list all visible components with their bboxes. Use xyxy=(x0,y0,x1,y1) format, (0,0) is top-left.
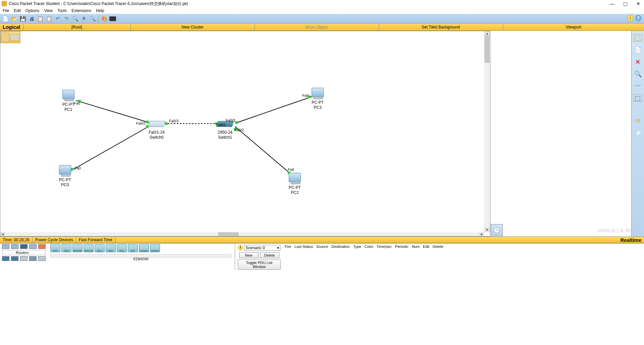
custom-device-icon[interactable] xyxy=(109,16,116,21)
save-icon[interactable]: 💾 xyxy=(19,15,26,22)
zoom-out-icon[interactable]: 🔍 xyxy=(89,15,96,22)
device-type-2811[interactable]: 2811 xyxy=(95,244,105,252)
category-multiuser-icon[interactable] xyxy=(38,256,46,261)
col-num[interactable]: Num xyxy=(410,244,421,249)
menu-bar: File Edit Options View Tools Extensions … xyxy=(0,7,644,14)
scroll-thumb[interactable] xyxy=(485,36,489,63)
device-type-2620xm[interactable]: 2620XM xyxy=(72,244,83,252)
category-security-icon[interactable] xyxy=(11,256,18,261)
scroll-down-icon[interactable]: ▾ xyxy=(484,227,490,232)
set-tiled-background-button[interactable]: Set Tiled Background xyxy=(379,24,503,30)
category-wan-icon[interactable] xyxy=(20,256,28,261)
device-type-2901[interactable]: 2901 xyxy=(106,244,116,252)
col-last-status[interactable]: Last Status xyxy=(293,244,315,249)
vertical-scrollbar[interactable]: ▴ ▾ xyxy=(484,31,490,232)
category-routers-icon[interactable] xyxy=(2,244,9,249)
col-source[interactable]: Source xyxy=(315,244,330,249)
scroll-right-icon[interactable]: ▸ xyxy=(479,232,484,236)
scenario-select[interactable]: Scenario 0 ▾ xyxy=(244,245,280,251)
simple-pdu-icon[interactable]: ✉ xyxy=(634,117,642,125)
menu-view[interactable]: View xyxy=(44,8,53,13)
select-tool-icon[interactable]: ⬚ xyxy=(634,34,642,42)
device-label: PC-PTPC0 xyxy=(59,178,71,188)
col-fire[interactable]: Fire xyxy=(283,244,293,249)
drawing-palette-icon[interactable]: 🎨 xyxy=(101,15,108,22)
device-switch0[interactable]: Fa0/1-24Switch0 xyxy=(149,121,165,140)
port-label: Fa0 xyxy=(74,166,81,170)
new-cluster-button[interactable]: New Cluster xyxy=(130,24,255,30)
category-custom-icon[interactable] xyxy=(29,256,37,261)
zoom-in-icon[interactable]: 🔍 xyxy=(71,15,79,22)
category-end-devices-icon[interactable] xyxy=(2,256,9,261)
watermark: CSDN @二木 同学 xyxy=(597,228,634,234)
info-icon[interactable]: i xyxy=(627,15,633,21)
device-scrollbar[interactable] xyxy=(50,254,231,258)
delete-scenario-button[interactable]: Delete xyxy=(260,252,279,258)
topology-canvas[interactable]: PC-PTPC1 Fa0 PC-PTPC0 Fa0 Fa0/1-24Switch… xyxy=(0,31,484,232)
col-time[interactable]: Time(sec xyxy=(375,244,393,249)
delete-tool-icon[interactable]: ✕ xyxy=(634,58,642,66)
category-wireless-icon[interactable] xyxy=(29,244,37,249)
device-type-2621xm[interactable]: 2621XM xyxy=(84,244,94,252)
device-type-819[interactable]: 819 xyxy=(128,244,138,252)
new-scenario-button[interactable]: New xyxy=(239,252,259,258)
device-pc2[interactable]: PC-PTPC2 xyxy=(289,173,301,195)
port-label: Fa0/1 xyxy=(216,123,226,127)
toggle-pdu-button[interactable]: Toggle PDU List Window xyxy=(238,260,281,270)
info-icon[interactable]: i xyxy=(238,245,243,251)
menu-edit[interactable]: Edit xyxy=(14,8,21,13)
device-type-generic[interactable]: Generic xyxy=(139,244,149,252)
zoom-reset-icon[interactable]: R xyxy=(80,15,88,22)
scroll-left-icon[interactable]: ◂ xyxy=(0,232,5,236)
paste-icon[interactable]: 📋 xyxy=(45,15,53,22)
menu-options[interactable]: Options xyxy=(25,8,39,13)
viewport-button[interactable]: Viewport xyxy=(503,24,644,30)
maximize-button[interactable]: ▢ xyxy=(623,1,628,6)
inspect-tool-icon[interactable]: 🔍 xyxy=(634,70,642,78)
menu-tools[interactable]: Tools xyxy=(57,8,67,13)
workspace[interactable]: PC-PTPC1 Fa0 PC-PTPC0 Fa0 Fa0/1-24Switch… xyxy=(0,31,490,236)
root-button[interactable]: [Root] xyxy=(23,24,130,30)
device-type-generic[interactable]: Generic xyxy=(150,244,160,252)
realtime-toggle-icon[interactable]: 🕓 xyxy=(491,224,503,236)
horizontal-scrollbar[interactable]: ◂ ▸ xyxy=(0,232,484,236)
note-tool-icon[interactable]: 📄 xyxy=(634,46,642,54)
col-periodic[interactable]: Periodic xyxy=(393,244,410,249)
power-cycle-button[interactable]: Power Cycle Devices xyxy=(33,237,76,243)
draw-tool-icon[interactable]: 〰 xyxy=(634,82,642,90)
open-file-icon[interactable]: 📂 xyxy=(10,15,18,22)
device-pc3[interactable]: PC-PTPC3 xyxy=(312,88,324,110)
resize-tool-icon[interactable]: ⬚ xyxy=(634,94,642,102)
complex-pdu-icon[interactable]: 📨 xyxy=(634,129,642,137)
print-icon[interactable]: 🖨 xyxy=(28,15,35,22)
menu-help[interactable]: Help xyxy=(96,8,104,13)
minimize-button[interactable]: — xyxy=(610,1,614,6)
link-status-dot xyxy=(235,121,238,124)
device-pc1[interactable]: PC-PTPC1 xyxy=(62,90,74,112)
scroll-thumb[interactable] xyxy=(218,232,238,236)
move-object-button[interactable]: Move Object xyxy=(255,24,379,30)
redo-icon[interactable]: ↷ xyxy=(63,15,70,22)
col-type[interactable]: Type xyxy=(352,244,363,249)
col-color[interactable]: Color xyxy=(363,244,375,249)
menu-extensions[interactable]: Extensions xyxy=(71,8,91,13)
device-type-2911[interactable]: 2911 xyxy=(117,244,127,252)
category-hubs-icon[interactable] xyxy=(20,244,28,249)
device-type-1941[interactable]: 1941 xyxy=(61,244,71,252)
device-type-1841[interactable]: 1841 xyxy=(50,244,60,252)
help-icon[interactable]: ? xyxy=(635,15,641,21)
fast-forward-button[interactable]: Fast Forward Time xyxy=(76,237,115,243)
col-delete[interactable]: Delete xyxy=(431,244,445,249)
copy-icon[interactable]: 📋 xyxy=(37,15,44,22)
category-connections-icon[interactable] xyxy=(38,244,46,249)
link-status-dot xyxy=(71,168,74,170)
category-switches-icon[interactable] xyxy=(11,244,18,249)
col-edit[interactable]: Edit xyxy=(421,244,431,249)
col-destination[interactable]: Destination xyxy=(330,244,352,249)
new-file-icon[interactable]: 📄 xyxy=(2,15,9,22)
menu-file[interactable]: File xyxy=(3,8,9,13)
scroll-up-icon[interactable]: ▴ xyxy=(484,31,490,36)
close-button[interactable]: ✕ xyxy=(636,1,641,6)
device-pc0[interactable]: PC-PTPC0 xyxy=(59,165,71,188)
undo-icon[interactable]: ↶ xyxy=(54,15,61,22)
